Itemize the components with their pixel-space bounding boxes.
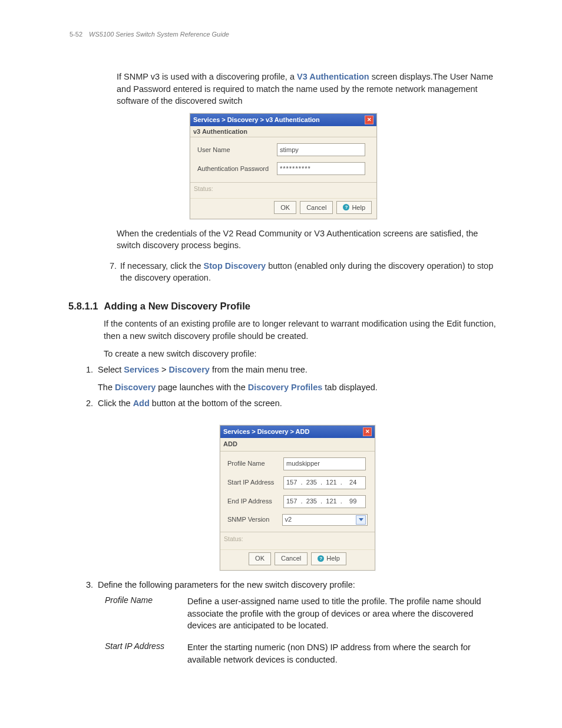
start-ip-label: Start IP Address [227,478,283,487]
cancel-button[interactable]: Cancel [300,201,333,214]
dialog-subtitle: v3 Authentication [190,126,376,137]
section-heading: 5.8.1.1 Adding a New Discovery Profile [68,301,497,312]
help-button[interactable]: Help [311,552,346,565]
snmp-version-label: SNMP Version [227,515,282,525]
close-icon[interactable] [363,427,372,436]
profile-name-input[interactable]: mudskipper [283,457,366,470]
param-start-ip: Start IP Address Enter the starting nume… [105,641,497,666]
param-profile-name: Profile Name Define a user-assigned name… [105,595,497,632]
profile-name-label: Profile Name [227,459,283,469]
page-number: 5-52 [70,31,82,38]
chevron-down-icon [356,515,366,525]
username-input[interactable]: stimpy [277,143,365,156]
guide-title: WS5100 Series Switch System Reference Gu… [89,31,229,38]
section-p2: To create a new switch discovery profile… [104,348,497,360]
ok-button[interactable]: OK [274,201,296,214]
close-icon[interactable] [365,116,373,124]
page-header: 5-52 WS5100 Series Switch System Referen… [70,31,497,38]
step-3: Define the following parameters for the … [95,579,497,591]
section-number: 5.8.1.1 [68,301,98,312]
v3-auth-term: V3 Authentication [297,72,369,81]
end-ip-input[interactable]: 157 . 235 . 121 . 99 [283,495,366,508]
stop-discovery-term: Stop Discovery [204,261,266,271]
v3-auth-dialog: Services > Discovery > v3 Authentication… [190,113,377,219]
step-7: 7. If necessary, click the Stop Discover… [105,260,497,284]
help-icon [343,204,349,210]
section-p1: If the contents of an existing profile a… [104,318,497,342]
help-button[interactable]: Help [336,201,372,214]
status-label: Status: [220,532,375,549]
step-2: Click the Add button at the bottom of th… [95,397,497,571]
cancel-button[interactable]: Cancel [275,552,308,565]
ok-button[interactable]: OK [249,552,271,565]
section-title: Adding a New Discovery Profile [104,301,250,312]
start-ip-input[interactable]: 157 . 235 . 121 . 24 [283,476,366,489]
end-ip-label: End IP Address [227,497,283,506]
intro-paragraph: If SNMP v3 is used with a discovering pr… [117,71,497,107]
status-label: Status: [190,182,376,198]
username-label: User Name [197,146,277,153]
dialog-subtitle: ADD [220,438,375,452]
snmp-version-select[interactable]: v2 [282,514,368,526]
step-1: Select Services > Discovery from the mai… [95,364,497,394]
add-dialog: Services > Discovery > ADD ADD Profile N… [220,425,375,571]
help-icon [318,555,324,562]
post-dialog-paragraph: When the credentials of the V2 Read Comm… [117,228,497,252]
password-input[interactable]: ********** [277,162,365,175]
dialog-title: Services > Discovery > ADD [223,427,309,437]
password-label: Authentication Password [197,165,277,172]
dialog-title: Services > Discovery > v3 Authentication [193,116,320,123]
